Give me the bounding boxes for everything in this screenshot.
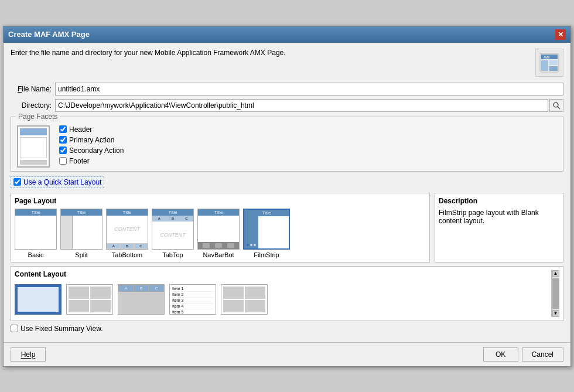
layout-section: Page Layout Title Basic Title: [11, 193, 563, 263]
tabbottom-tab-a: A: [107, 244, 119, 248]
quick-start-label[interactable]: Use a Quick Start Layout: [11, 176, 104, 188]
filmstrip-dots: [244, 244, 258, 246]
description-text: FilmStrip page layout with Blank content…: [439, 209, 539, 225]
dot-2: [250, 244, 252, 246]
tabbottom-tab-c: C: [135, 244, 147, 248]
fixed-summary-row: Use Fixed Summary View.: [11, 325, 563, 333]
header-label: Header: [69, 125, 92, 134]
scroll-thumb[interactable]: [552, 278, 559, 309]
content-thumb-grid2[interactable]: [66, 284, 113, 315]
footer-label: Footer: [69, 157, 90, 165]
cell-3: [69, 300, 89, 312]
secondary-action-label: Secondary Action: [69, 146, 124, 155]
layout-thumb-tabtop[interactable]: Title A B C CONTENT TabTop: [152, 209, 194, 258]
navbarbot-footer: [198, 242, 239, 249]
list-item-3: Item 3: [172, 298, 213, 304]
browse-button[interactable]: [549, 99, 563, 112]
svg-rect-3: [549, 60, 558, 65]
layout-thumb-basic[interactable]: Title Basic: [15, 209, 57, 258]
intro-text: Enter the file name and directory for yo…: [11, 49, 535, 57]
quick-start-checkbox[interactable]: [13, 178, 21, 186]
page-preview: [17, 125, 50, 168]
file-name-input[interactable]: [55, 83, 563, 96]
page-layout-title: Page Layout: [15, 197, 426, 205]
quick-start-text: Use a Quick Start Layout: [23, 178, 101, 186]
filmstrip-content-area: [244, 216, 289, 248]
filmstrip-title-bar: Title: [244, 210, 289, 216]
primary-action-checkbox[interactable]: [59, 136, 67, 144]
content-thumb-abc[interactable]: A B C: [118, 284, 165, 315]
directory-input[interactable]: [55, 99, 548, 112]
abc-tab-b: B: [134, 285, 148, 291]
footer-checkbox-row[interactable]: Footer: [59, 157, 124, 165]
primary-action-label: Primary Action: [69, 136, 114, 144]
layout-thumb-navbarbot[interactable]: Title NavBarBot: [197, 209, 240, 258]
fixed-summary-label[interactable]: Use Fixed Summary View.: [11, 325, 103, 333]
layout-thumbnails: Title Basic Title: [15, 209, 426, 258]
fixed-summary-checkbox[interactable]: [11, 325, 18, 332]
close-button[interactable]: ✕: [555, 29, 566, 40]
tabbottom-tabs: A B C: [107, 243, 148, 249]
secondary-action-checkbox-row[interactable]: Secondary Action: [59, 146, 124, 155]
page-facets-section: Page Facets Header Primary Actio: [11, 117, 563, 172]
tabbottom-content: CONTENT: [107, 216, 148, 243]
ok-button[interactable]: OK: [483, 347, 518, 362]
footer-checkbox[interactable]: [59, 157, 67, 165]
tabbottom-content-text: CONTENT: [107, 216, 148, 243]
page-facets-title: Page Facets: [16, 113, 60, 121]
content-layout-section: Content Layout: [11, 266, 563, 321]
directory-label: Directory:: [11, 101, 52, 110]
content-thumb-grid22[interactable]: [221, 284, 268, 315]
cell-d: [245, 300, 265, 312]
list-item-1: Item 1: [172, 286, 213, 292]
content-thumb-list[interactable]: Item 1 Item 2 Item 3 Item 4 Item 5: [169, 284, 216, 315]
split-right: [73, 216, 102, 249]
blank-inner: [16, 285, 60, 313]
basic-label: Basic: [28, 251, 44, 258]
content-thumb-blank[interactable]: [15, 284, 62, 315]
filmstrip-strip: [244, 216, 258, 248]
abc-inner: A B C: [118, 285, 164, 314]
split-title-bar: Title: [61, 209, 102, 216]
layout-thumb-tabbottom[interactable]: Title CONTENT A B C TabBottom: [106, 209, 148, 258]
navbarbot-content: [198, 216, 239, 242]
description-box: Description FilmStrip page layout with B…: [435, 193, 563, 263]
quick-start-row: Use a Quick Start Layout: [11, 176, 563, 188]
navbarbot-label: NavBarBot: [203, 251, 234, 258]
layout-thumb-split[interactable]: Title Split: [60, 209, 102, 258]
split-left: [61, 216, 73, 249]
scroll-up-arrow[interactable]: ▲: [552, 270, 559, 277]
preview-footer-bar: [20, 160, 47, 165]
dot-3: [254, 244, 256, 246]
content-layout-scrollbar[interactable]: ▲ ▼: [551, 270, 559, 317]
scroll-down-arrow[interactable]: ▼: [552, 310, 559, 317]
svg-text:AMX: AMX: [544, 56, 551, 59]
help-button[interactable]: Help: [11, 347, 46, 362]
secondary-action-checkbox[interactable]: [59, 146, 67, 154]
header-checkbox-row[interactable]: Header: [59, 125, 124, 134]
nav-item-3: [227, 243, 234, 248]
nav-item-2: [215, 243, 222, 248]
cell-c: [223, 300, 244, 312]
abc-content-area: [118, 292, 164, 314]
tabbottom-title-bar: Title: [107, 209, 148, 216]
primary-action-checkbox-row[interactable]: Primary Action: [59, 136, 124, 144]
fixed-summary-text: Use Fixed Summary View.: [20, 325, 103, 333]
tabtop-tab-b: B: [166, 216, 179, 221]
directory-row: Directory:: [11, 99, 563, 112]
description-title: Description: [439, 197, 559, 205]
svg-rect-4: [549, 66, 558, 71]
grid2-inner: [67, 285, 112, 314]
header-checkbox[interactable]: [59, 125, 67, 133]
basic-thumb-box: Title: [15, 209, 57, 250]
tabbottom-label: TabBottom: [112, 251, 143, 258]
filmstrip-main-content: [258, 216, 289, 248]
filmstrip-thumb-box: Title: [243, 209, 290, 250]
cancel-button[interactable]: Cancel: [522, 347, 563, 362]
intro-row: Enter the file name and directory for yo…: [11, 49, 563, 77]
tabtop-title-bar: Title: [152, 209, 193, 216]
tabtop-content: CONTENT: [152, 221, 193, 249]
layout-thumb-filmstrip[interactable]: Title: [243, 209, 290, 258]
cell-a: [223, 287, 244, 299]
page-layout-box: Page Layout Title Basic Title: [11, 193, 430, 263]
